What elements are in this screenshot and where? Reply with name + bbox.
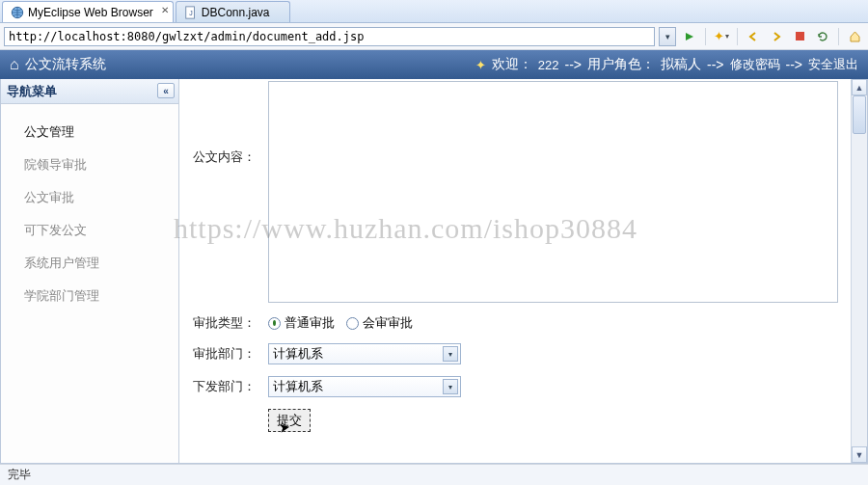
sidebar-item-dean-approve[interactable]: 院领导审批 xyxy=(24,148,178,181)
label-doc-content: 公文内容： xyxy=(189,81,257,166)
radio-dot-icon xyxy=(346,317,359,330)
arrow-sep: --> xyxy=(707,57,724,72)
cursor-icon: ➤ xyxy=(278,418,292,436)
tab-dbconn[interactable]: J DBConn.java xyxy=(176,1,290,22)
sidebar-item-doc-manage[interactable]: 公文管理 xyxy=(24,116,178,148)
chevron-down-icon: ▾ xyxy=(443,379,458,394)
radio-dot-icon xyxy=(268,317,281,330)
status-bar: 完毕 xyxy=(0,464,868,485)
tab-browser-label: MyEclipse Web Browser xyxy=(28,6,153,19)
radio-normal-approval-label: 普通审批 xyxy=(285,314,335,332)
arrow-sep: --> xyxy=(786,57,803,72)
app-title: 公文流转系统 xyxy=(25,56,106,73)
app-header: ⌂ 公文流转系统 ✦ 欢迎： 222 --> 用户角色： 拟稿人 --> 修改密… xyxy=(0,50,868,79)
home-icon[interactable] xyxy=(845,27,864,46)
role-label: 用户角色： xyxy=(587,56,655,73)
sidebar-item-user-manage[interactable]: 系统用户管理 xyxy=(24,247,178,280)
svg-text:J: J xyxy=(189,9,193,15)
toolbar-separator xyxy=(705,28,706,45)
sidebar-title: 导航菜单 xyxy=(7,83,57,100)
welcome-prefix: 欢迎： xyxy=(492,56,532,73)
select-approval-dept-value: 计算机系 xyxy=(273,345,323,363)
sidebar-header: 导航菜单 « xyxy=(1,79,178,104)
home-glyph-icon: ⌂ xyxy=(10,56,19,73)
chevron-down-icon: ▾ xyxy=(443,346,458,362)
sidebar-item-doc-approve[interactable]: 公文审批 xyxy=(24,181,178,214)
sidebar-item-dept-manage[interactable]: 学院部门管理 xyxy=(24,280,178,312)
status-text: 完毕 xyxy=(8,467,31,483)
link-change-password[interactable]: 修改密码 xyxy=(730,56,780,73)
browser-toolbar: ▾ ✦▾ xyxy=(0,23,868,50)
back-icon[interactable] xyxy=(744,27,763,46)
refresh-icon[interactable] xyxy=(813,27,832,46)
globe-icon xyxy=(11,6,24,19)
go-icon[interactable] xyxy=(680,27,699,46)
welcome-user: 222 xyxy=(538,58,559,72)
select-issue-dept[interactable]: 计算机系 ▾ xyxy=(268,376,461,397)
toolbar-separator xyxy=(838,28,839,45)
editor-tabstrip: MyEclipse Web Browser ✕ J DBConn.java xyxy=(0,0,868,23)
address-dropdown[interactable]: ▾ xyxy=(659,27,676,46)
tab-browser[interactable]: MyEclipse Web Browser ✕ xyxy=(2,1,174,22)
java-file-icon: J xyxy=(184,6,198,19)
label-approval-dept: 审批部门： xyxy=(189,345,257,363)
sidebar-item-issuable-docs[interactable]: 可下发公文 xyxy=(24,214,178,247)
running-icon: ✦ xyxy=(475,58,486,72)
scroll-up-icon[interactable]: ▲ xyxy=(852,79,867,95)
label-approval-type: 审批类型： xyxy=(189,314,257,332)
doc-content-textarea[interactable] xyxy=(268,81,838,303)
scroll-thumb[interactable] xyxy=(853,95,866,134)
address-bar[interactable] xyxy=(4,27,655,46)
link-logout[interactable]: 安全退出 xyxy=(808,56,858,73)
svg-rect-3 xyxy=(796,32,804,40)
arrow-sep: --> xyxy=(565,57,583,72)
scroll-down-icon[interactable]: ▼ xyxy=(852,446,867,463)
sidebar-collapse-button[interactable]: « xyxy=(157,83,175,98)
tab-dbconn-label: DBConn.java xyxy=(202,6,270,19)
form-panel: 公文内容： 审批类型： 普通审批 会审审批 审批部门： 计算机系 ▾ 下发部门： xyxy=(179,79,867,463)
main-area: 导航菜单 « 公文管理 院领导审批 公文审批 可下发公文 系统用户管理 学院部门… xyxy=(0,79,868,464)
vertical-scrollbar[interactable]: ▲ ▼ xyxy=(851,79,867,463)
stop-icon[interactable] xyxy=(790,27,809,46)
role-value: 拟稿人 xyxy=(661,56,701,73)
toolbar-separator xyxy=(737,28,738,45)
submit-button[interactable]: 提交 ➤ xyxy=(268,409,311,432)
close-icon[interactable]: ✕ xyxy=(161,5,169,15)
select-approval-dept[interactable]: 计算机系 ▾ xyxy=(268,343,461,364)
favorites-icon[interactable]: ✦▾ xyxy=(712,27,731,46)
sidebar-items: 公文管理 院领导审批 公文审批 可下发公文 系统用户管理 学院部门管理 xyxy=(1,104,178,312)
label-issue-dept: 下发部门： xyxy=(189,378,257,395)
sidebar: 导航菜单 « 公文管理 院领导审批 公文审批 可下发公文 系统用户管理 学院部门… xyxy=(1,79,179,463)
radio-joint-approval-label: 会审审批 xyxy=(363,314,413,332)
radio-normal-approval[interactable]: 普通审批 xyxy=(268,314,335,332)
radio-joint-approval[interactable]: 会审审批 xyxy=(346,314,413,332)
forward-icon[interactable] xyxy=(767,27,786,46)
select-issue-dept-value: 计算机系 xyxy=(273,378,323,395)
